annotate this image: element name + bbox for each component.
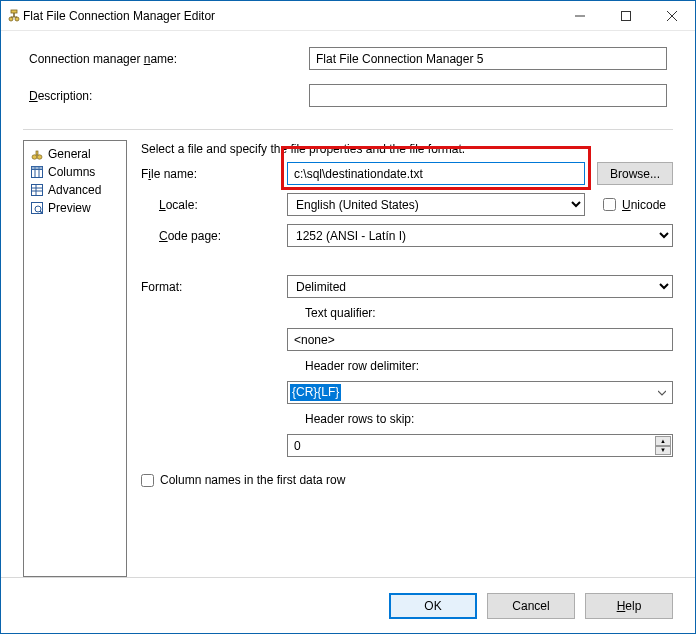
text-qualifier-input[interactable] [287, 328, 673, 351]
file-name-input[interactable] [287, 162, 585, 185]
sidebar-item-label: General [46, 147, 91, 161]
codepage-select[interactable]: 1252 (ANSI - Latín I) [287, 224, 673, 247]
locale-select[interactable]: English (United States) [287, 193, 585, 216]
upper-form: Connection manager name: Description: [1, 31, 695, 129]
description-label: Description: [29, 89, 309, 103]
window-title: Flat File Connection Manager Editor [21, 9, 557, 23]
text-qualifier-label: Text qualifier: [287, 306, 667, 320]
header-skip-label: Header rows to skip: [287, 412, 667, 426]
column-names-checkbox[interactable] [141, 474, 154, 487]
sidebar-item-label: Columns [46, 165, 95, 179]
sidebar-item-label: Advanced [46, 183, 101, 197]
window: Flat File Connection Manager Editor Conn… [0, 0, 696, 634]
header-delimiter-combo[interactable] [287, 381, 673, 404]
sidebar-item-label: Preview [46, 201, 91, 215]
main: General Columns Advanced Preview Select … [1, 140, 695, 577]
chevron-down-icon[interactable] [653, 383, 671, 402]
sidebar-item-advanced[interactable]: Advanced [24, 181, 126, 199]
minimize-button[interactable] [557, 1, 603, 30]
file-name-label: File name: [141, 167, 281, 181]
instruction-text: Select a file and specify the file prope… [141, 140, 673, 158]
close-button[interactable] [649, 1, 695, 30]
svg-rect-11 [36, 151, 38, 155]
locale-label: Locale: [141, 198, 281, 212]
divider [23, 129, 673, 130]
svg-point-3 [15, 17, 19, 21]
window-buttons [557, 1, 695, 30]
svg-rect-16 [32, 167, 43, 170]
svg-rect-0 [11, 10, 17, 13]
spin-up-button[interactable]: ▲ [655, 436, 671, 446]
sidebar: General Columns Advanced Preview [23, 140, 127, 577]
svg-point-9 [32, 155, 37, 159]
header-skip-input[interactable] [287, 434, 673, 457]
sidebar-item-preview[interactable]: Preview [24, 199, 126, 217]
columns-icon [28, 165, 46, 179]
description-input[interactable] [309, 84, 667, 107]
right-panel: Select a file and specify the file prope… [127, 140, 673, 577]
format-select[interactable]: Delimited [287, 275, 673, 298]
header-delimiter-label: Header row delimiter: [287, 359, 667, 373]
svg-rect-6 [622, 11, 631, 20]
connection-name-input[interactable] [309, 47, 667, 70]
advanced-icon [28, 183, 46, 197]
format-label: Format: [141, 280, 281, 294]
svg-point-10 [37, 155, 42, 159]
sidebar-item-general[interactable]: General [24, 145, 126, 163]
cancel-button[interactable]: Cancel [487, 593, 575, 619]
unicode-label: Unicode [622, 198, 666, 212]
app-icon [1, 9, 21, 23]
ok-button[interactable]: OK [389, 593, 477, 619]
svg-point-2 [9, 17, 13, 21]
header-delimiter-value: {CR}{LF} [290, 384, 341, 401]
footer: OK Cancel Help [1, 577, 695, 633]
maximize-button[interactable] [603, 1, 649, 30]
spin-down-button[interactable]: ▼ [655, 446, 671, 456]
titlebar: Flat File Connection Manager Editor [1, 1, 695, 31]
column-names-label: Column names in the first data row [160, 473, 345, 487]
unicode-checkbox[interactable] [603, 198, 616, 211]
sidebar-item-columns[interactable]: Columns [24, 163, 126, 181]
preview-icon [28, 201, 46, 215]
help-button[interactable]: Help [585, 593, 673, 619]
browse-button[interactable]: Browse... [597, 162, 673, 185]
codepage-label: Code page: [141, 229, 281, 243]
general-icon [28, 147, 46, 161]
svg-rect-17 [32, 185, 43, 196]
connection-name-label: Connection manager name: [29, 52, 309, 66]
